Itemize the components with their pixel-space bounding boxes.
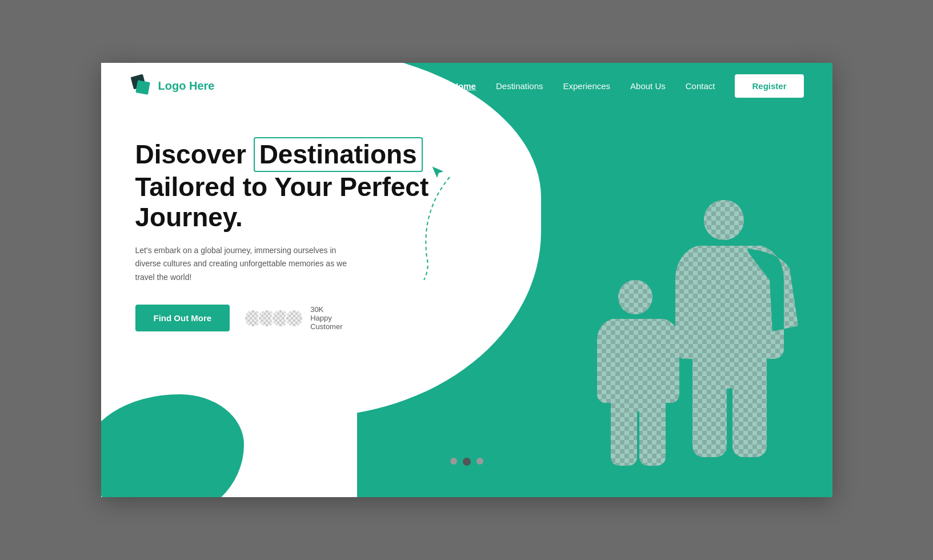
nav-about-us[interactable]: About Us: [630, 81, 666, 91]
nav-links: Home Destinations Experiences About Us C…: [452, 74, 803, 98]
airplane-decoration: [375, 166, 490, 280]
airplane-svg: [375, 166, 490, 291]
avatar-4: [285, 309, 303, 327]
logo: Logo Here: [130, 75, 215, 96]
happy-customers: 30K Happy Customer: [244, 305, 342, 331]
nav-experiences[interactable]: Experiences: [563, 81, 611, 91]
pagination-dots: [450, 458, 483, 466]
logo-icon: [130, 75, 153, 96]
svg-marker-0: [429, 166, 443, 178]
navbar: Logo Here Home Destinations Experiences …: [101, 63, 832, 109]
family-svg: [547, 166, 832, 497]
nav-home[interactable]: Home: [452, 81, 476, 91]
teal-blob-bottom-left: [101, 394, 244, 497]
nav-contact[interactable]: Contact: [686, 81, 715, 91]
page-container: Logo Here Home Destinations Experiences …: [101, 63, 832, 497]
avatar-group: [244, 309, 303, 327]
dot-3[interactable]: [476, 458, 483, 465]
family-silhouette: [547, 166, 832, 497]
find-out-more-button[interactable]: Find Out More: [135, 305, 230, 331]
register-button[interactable]: Register: [735, 74, 803, 98]
logo-text: Logo Here: [158, 79, 215, 93]
hero-actions: Find Out More 30K Happy Customer: [135, 305, 433, 331]
dot-2[interactable]: [463, 458, 471, 466]
customer-count-text: 30K Happy Customer: [310, 305, 342, 331]
hero-subtitle: Let's embark on a global journey, immers…: [135, 244, 353, 285]
dot-1[interactable]: [450, 458, 457, 465]
nav-destinations[interactable]: Destinations: [496, 81, 543, 91]
